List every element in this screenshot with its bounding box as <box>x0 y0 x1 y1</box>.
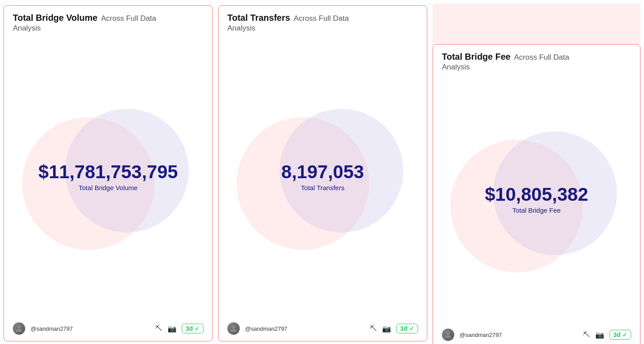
fork-icon[interactable]: ⛏ <box>155 325 162 333</box>
card-subtitle: Analysis <box>13 24 203 33</box>
badge: 3d ✓ <box>182 324 203 333</box>
card-footer: @sandman2797 ⛏ 📷 3d ✓ <box>4 317 212 341</box>
svg-point-2 <box>446 332 449 335</box>
card-body: $10,805,382 Total Bridge Fee <box>433 75 640 323</box>
total-transfers-card: Total Transfers Across Full Data Analysi… <box>218 5 427 341</box>
username: @sandman2797 <box>460 332 578 338</box>
card-header: Total Bridge Volume Across Full Data Ana… <box>4 6 212 36</box>
card-value-label: Total Bridge Volume <box>38 184 178 191</box>
card-subtitle: Analysis <box>227 24 418 33</box>
username: @sandman2797 <box>245 325 364 332</box>
camera-icon[interactable]: 📷 <box>168 325 176 333</box>
svg-point-0 <box>17 325 20 329</box>
card-header: Total Transfers Across Full Data Analysi… <box>218 6 427 36</box>
card-footer: @sandman2797 ⛏ 📷 3d ✓ <box>433 323 640 344</box>
card-value-label: Total Transfers <box>281 184 364 191</box>
card-footer: @sandman2797 ⛏ 📷 3d ✓ <box>218 317 427 341</box>
card-top-bleed <box>433 4 640 44</box>
card-body: 8,197,053 Total Transfers <box>218 36 427 317</box>
badge-label: 3d <box>400 325 407 332</box>
bridge-fee-card: Total Bridge Fee Across Full Data Analys… <box>433 44 640 344</box>
card-value: $10,805,382 <box>485 184 588 205</box>
card-value: $11,781,753,795 <box>38 162 178 182</box>
badge: 3d ✓ <box>396 324 418 333</box>
card-title-bold: Total Bridge Volume <box>13 13 98 23</box>
footer-icons: ⛏ 📷 3d ✓ <box>370 324 418 333</box>
card-title-light: Across Full Data <box>101 14 157 23</box>
avatar <box>442 329 454 341</box>
fork-icon[interactable]: ⛏ <box>583 331 590 339</box>
username: @sandman2797 <box>31 325 150 332</box>
check-icon: ✓ <box>195 325 199 332</box>
value-wrapper: $10,805,382 Total Bridge Fee <box>485 184 588 214</box>
badge-label: 3d <box>186 325 193 332</box>
check-icon: ✓ <box>622 332 627 338</box>
card-title-light: Across Full Data <box>514 53 569 62</box>
footer-icons: ⛏ 📷 3d ✓ <box>155 324 203 333</box>
value-wrapper: 8,197,053 Total Transfers <box>281 162 364 191</box>
fork-icon[interactable]: ⛏ <box>370 325 377 333</box>
card-body: $11,781,753,795 Total Bridge Volume <box>4 36 212 317</box>
card-header: Total Bridge Fee Across Full Data Analys… <box>433 45 640 75</box>
svg-point-1 <box>232 325 235 329</box>
value-wrapper: $11,781,753,795 Total Bridge Volume <box>38 162 178 191</box>
avatar <box>13 322 25 335</box>
bridge-fee-card-wrapper: Total Bridge Fee Across Full Data Analys… <box>433 4 640 344</box>
avatar <box>227 322 240 335</box>
badge-label: 3d <box>613 331 621 338</box>
camera-icon[interactable]: 📷 <box>382 325 391 333</box>
card-value-label: Total Bridge Fee <box>485 206 588 214</box>
footer-icons: ⛏ 📷 3d ✓ <box>583 330 631 340</box>
bridge-volume-card: Total Bridge Volume Across Full Data Ana… <box>4 5 213 341</box>
card-title-bold: Total Transfers <box>227 13 290 23</box>
card-title-light: Across Full Data <box>294 14 349 23</box>
card-value: 8,197,053 <box>281 162 364 182</box>
camera-icon[interactable]: 📷 <box>595 331 604 339</box>
check-icon: ✓ <box>409 325 414 332</box>
card-subtitle: Analysis <box>442 63 631 72</box>
badge: 3d ✓ <box>610 330 631 340</box>
card-title-bold: Total Bridge Fee <box>442 52 510 62</box>
